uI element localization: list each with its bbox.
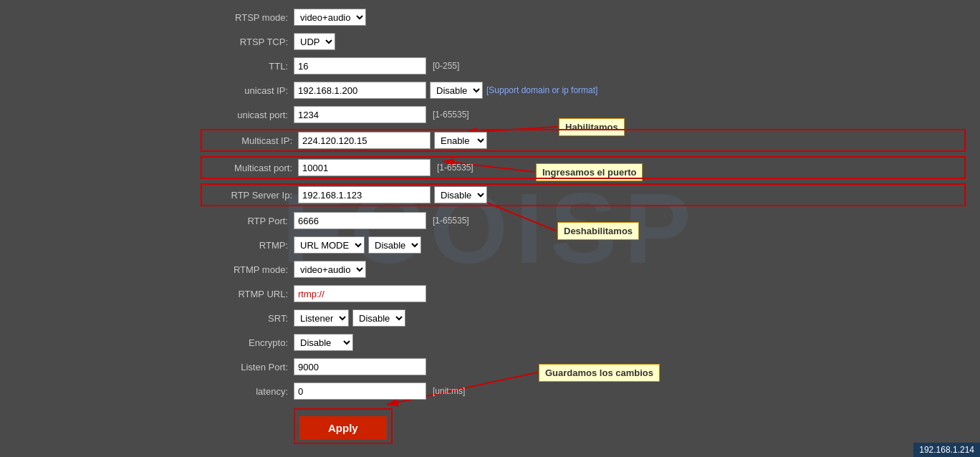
encrypto-label: Encrypto: bbox=[201, 337, 294, 348]
rtsp-tcp-controls: UDP TCP bbox=[294, 33, 335, 50]
ttl-row: TTL: [0-255] bbox=[201, 56, 966, 76]
apply-button-wrapper: Apply bbox=[294, 408, 393, 444]
rtsp-mode-label: RTSP mode: bbox=[201, 12, 294, 23]
unicast-port-label: unicast port: bbox=[201, 110, 294, 120]
srt-label: SRT: bbox=[201, 313, 294, 324]
encrypto-row: Encrypto: Disable AES-128 AES-256 bbox=[201, 332, 966, 352]
ttl-label: TTL: bbox=[201, 61, 294, 72]
rtp-port-controls: [1-65535] bbox=[294, 212, 469, 229]
rtmp-mode-label: RTMP mode: bbox=[201, 264, 294, 275]
encrypto-controls: Disable AES-128 AES-256 bbox=[294, 334, 353, 351]
rtmp-mode-row: RTMP mode: video+audio video audio bbox=[201, 259, 966, 279]
rtmp-url-controls bbox=[294, 285, 426, 302]
rtmp-url-label: RTMP URL: bbox=[201, 289, 294, 299]
srt-listener-select[interactable]: Listener Caller bbox=[294, 309, 349, 327]
rtsp-tcp-select[interactable]: UDP TCP bbox=[294, 33, 335, 50]
apply-row: Apply bbox=[201, 405, 966, 444]
ttl-controls: [0-255] bbox=[294, 57, 459, 74]
multicast-ip-input[interactable] bbox=[298, 132, 431, 149]
rtmp-url-input[interactable] bbox=[294, 285, 426, 302]
multicast-port-label: Multicast port: bbox=[205, 163, 298, 173]
rtsp-tcp-label: RTSP TCP: bbox=[201, 37, 294, 47]
rtmp-row: RTMP: URL MODE Stream Key Disable Enable bbox=[201, 235, 966, 255]
latency-label: latency: bbox=[201, 386, 294, 397]
unicast-ip-controls: Disable Enable [Support domain or ip for… bbox=[294, 82, 597, 99]
listen-port-label: Listen Port: bbox=[201, 362, 294, 372]
srt-enable-select[interactable]: Disable Enable bbox=[352, 309, 405, 327]
unicast-port-controls: [1-65535] bbox=[294, 106, 469, 123]
unicast-ip-label: unicast IP: bbox=[201, 85, 294, 96]
multicast-ip-row: Multicast IP: Enable Disable bbox=[201, 129, 966, 152]
rtp-port-row: RTP Port: [1-65535] bbox=[201, 211, 966, 231]
rtp-port-label: RTP Port: bbox=[201, 216, 294, 226]
unicast-ip-input[interactable] bbox=[294, 82, 426, 99]
listen-port-controls bbox=[294, 358, 426, 375]
unicast-port-hint: [1-65535] bbox=[433, 110, 469, 120]
rtsp-tcp-row: RTSP TCP: UDP TCP bbox=[201, 32, 966, 52]
ttl-input[interactable] bbox=[294, 57, 426, 74]
latency-controls: [unit:ms] bbox=[294, 383, 465, 400]
rtsp-mode-controls: video+audio video audio bbox=[294, 9, 366, 26]
rtmp-mode2-select[interactable]: video+audio video audio bbox=[294, 261, 366, 278]
rtmp-controls: URL MODE Stream Key Disable Enable bbox=[294, 236, 421, 254]
unicast-ip-select[interactable]: Disable Enable bbox=[430, 82, 483, 99]
ip-badge: 192.168.1.214 bbox=[913, 443, 980, 457]
rtp-server-ip-input[interactable] bbox=[298, 186, 431, 203]
multicast-ip-select[interactable]: Enable Disable bbox=[434, 132, 487, 149]
listen-port-row: Listen Port: bbox=[201, 357, 966, 377]
multicast-ip-label: Multicast IP: bbox=[205, 135, 298, 146]
rtsp-mode-row: RTSP mode: video+audio video audio bbox=[201, 7, 966, 27]
rtmp-enable-select[interactable]: Disable Enable bbox=[368, 236, 421, 254]
srt-row: SRT: Listener Caller Disable Enable bbox=[201, 308, 966, 328]
rtp-server-ip-controls: Disable Enable bbox=[298, 186, 487, 203]
multicast-port-row: Multicast port: [1-65535] bbox=[201, 156, 966, 179]
unicast-ip-hint: [Support domain or ip format] bbox=[486, 85, 597, 95]
rtmp-label: RTMP: bbox=[201, 240, 294, 251]
ttl-hint: [0-255] bbox=[433, 61, 459, 71]
rtp-server-ip-select[interactable]: Disable Enable bbox=[434, 186, 487, 203]
unicast-ip-row: unicast IP: Disable Enable [Support doma… bbox=[201, 80, 966, 100]
multicast-port-input[interactable] bbox=[298, 159, 431, 176]
apply-button[interactable]: Apply bbox=[299, 416, 387, 440]
latency-input[interactable] bbox=[294, 383, 426, 400]
unicast-port-input[interactable] bbox=[294, 106, 426, 123]
listen-port-input[interactable] bbox=[294, 358, 426, 375]
multicast-port-controls: [1-65535] bbox=[298, 159, 474, 176]
rtp-server-ip-label: RTP Server Ip: bbox=[205, 190, 298, 201]
encrypto-select[interactable]: Disable AES-128 AES-256 bbox=[294, 334, 353, 351]
rtp-server-ip-row: RTP Server Ip: Disable Enable bbox=[201, 183, 966, 206]
multicast-port-hint: [1-65535] bbox=[437, 163, 474, 173]
srt-controls: Listener Caller Disable Enable bbox=[294, 309, 405, 327]
rtp-port-hint: [1-65535] bbox=[433, 216, 469, 226]
rtmp-mode-controls: video+audio video audio bbox=[294, 261, 366, 278]
rtp-port-input[interactable] bbox=[294, 212, 426, 229]
rtsp-mode-select[interactable]: video+audio video audio bbox=[294, 9, 366, 26]
rtmp-url-row: RTMP URL: bbox=[201, 284, 966, 304]
latency-row: latency: [unit:ms] bbox=[201, 381, 966, 401]
multicast-ip-controls: Enable Disable bbox=[298, 132, 487, 149]
rtmp-mode-select[interactable]: URL MODE Stream Key bbox=[294, 236, 365, 254]
latency-hint: [unit:ms] bbox=[433, 386, 465, 396]
unicast-port-row: unicast port: [1-65535] bbox=[201, 105, 966, 125]
